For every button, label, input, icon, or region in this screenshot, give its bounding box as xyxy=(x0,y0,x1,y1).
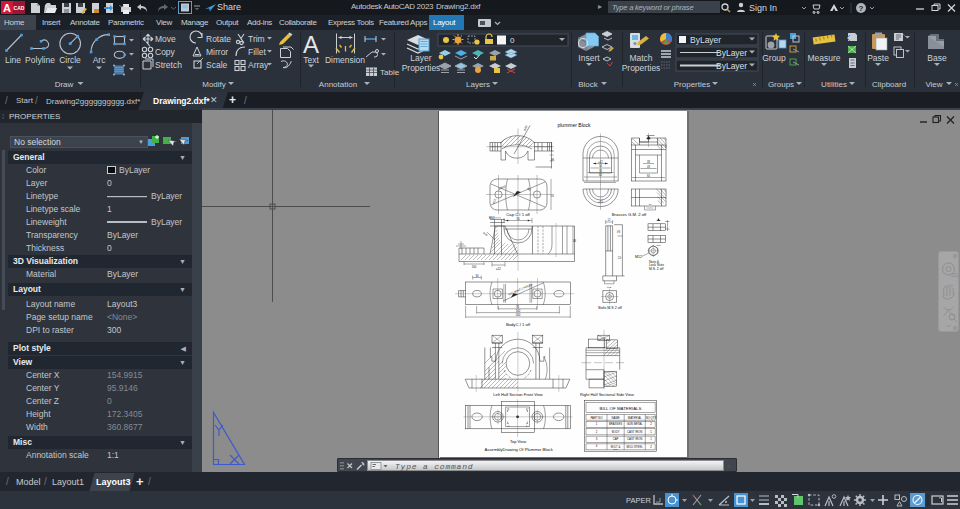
svg-text:Properties: Properties xyxy=(622,63,661,73)
svg-text:Copy: Copy xyxy=(155,47,176,57)
svg-text:Scale: Scale xyxy=(206,60,228,70)
svg-text:CAD: CAD xyxy=(14,5,25,11)
svg-text:Block: Block xyxy=(578,80,599,89)
svg-text:Dimension: Dimension xyxy=(325,55,365,65)
svg-text:Type a command: Type a command xyxy=(395,462,473,471)
svg-text:Array: Array xyxy=(248,60,269,70)
svg-text:Annotation: Annotation xyxy=(319,80,357,89)
svg-text:Match: Match xyxy=(629,53,652,63)
svg-text:Layer: Layer xyxy=(410,53,431,63)
svg-text:View: View xyxy=(925,80,942,89)
svg-text:A: A xyxy=(3,2,11,14)
svg-text:A: A xyxy=(303,31,319,58)
svg-text:Stretch: Stretch xyxy=(155,60,182,70)
svg-text:Insert: Insert xyxy=(578,53,600,63)
svg-text:Mirror: Mirror xyxy=(206,47,228,57)
svg-text:Layers: Layers xyxy=(466,80,490,89)
svg-text:Utilities: Utilities xyxy=(821,80,847,89)
svg-text:0: 0 xyxy=(510,36,515,45)
svg-text:?: ? xyxy=(859,4,864,13)
svg-text:Base: Base xyxy=(927,53,947,63)
svg-text:Table: Table xyxy=(380,68,400,77)
svg-text:Clipboard: Clipboard xyxy=(872,80,906,89)
svg-text:2D: 2D xyxy=(951,272,959,278)
svg-text:Measure: Measure xyxy=(807,53,840,63)
svg-text:ByLayer: ByLayer xyxy=(716,61,747,71)
svg-text:Line: Line xyxy=(5,55,21,65)
svg-text:Properties: Properties xyxy=(674,80,710,89)
svg-text:Draw: Draw xyxy=(55,80,74,89)
svg-text:Circle: Circle xyxy=(59,55,81,65)
svg-text:Fillet: Fillet xyxy=(248,47,267,57)
svg-text:Modify: Modify xyxy=(202,80,226,89)
svg-text:Polyline: Polyline xyxy=(25,55,55,65)
svg-text:Rotate: Rotate xyxy=(206,34,231,44)
svg-text:Move: Move xyxy=(155,34,176,44)
svg-text:Sign In: Sign In xyxy=(749,3,777,13)
svg-text:Trim: Trim xyxy=(248,34,265,44)
svg-text:Text: Text xyxy=(303,55,319,65)
svg-text:Paste: Paste xyxy=(867,53,889,63)
svg-text:Group: Group xyxy=(762,53,786,63)
svg-text:Properties: Properties xyxy=(402,63,441,73)
svg-text:ByLayer: ByLayer xyxy=(716,48,747,58)
svg-text:ByLayer: ByLayer xyxy=(690,35,721,45)
svg-text:Arc: Arc xyxy=(93,55,107,65)
svg-text:Groups: Groups xyxy=(768,80,794,89)
